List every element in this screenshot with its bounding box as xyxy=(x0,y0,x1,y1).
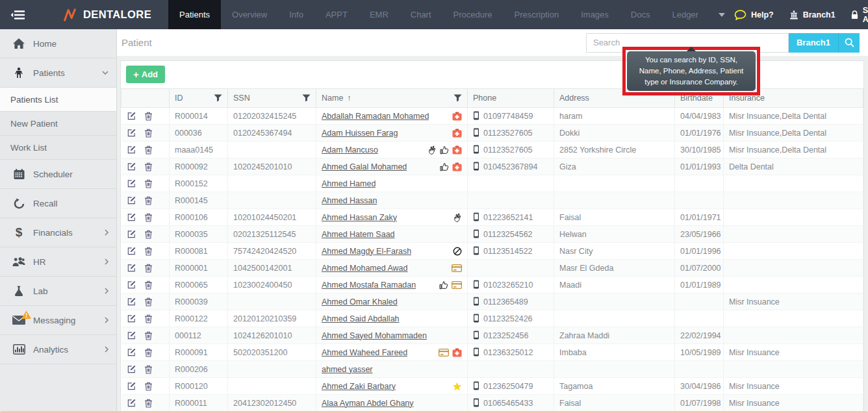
nav-tab-images[interactable]: Images xyxy=(570,0,620,29)
edit-row-button[interactable] xyxy=(127,229,136,239)
delete-row-button[interactable] xyxy=(144,331,153,340)
delete-row-button[interactable] xyxy=(144,195,153,205)
sidebar-item-label: Recall xyxy=(33,199,58,208)
patient-ssn: 10201024450201 xyxy=(228,209,316,226)
patient-name-link[interactable]: Ahmed Sayed Mohammaden xyxy=(322,331,427,340)
sidebar-item-work-list[interactable]: Work List xyxy=(0,136,116,160)
nav-tab-overview[interactable]: Overview xyxy=(221,0,278,29)
sidebar-item-home[interactable]: Home xyxy=(0,29,116,58)
nav-tab-chart[interactable]: Chart xyxy=(400,0,442,29)
patient-insurance xyxy=(724,310,863,327)
sidebar-item-messaging[interactable]: Messaging xyxy=(0,306,116,335)
edit-row-button[interactable] xyxy=(127,314,136,323)
branch-filter-button[interactable]: Branch1 xyxy=(789,33,838,53)
sidebar-collapse-button[interactable] xyxy=(0,0,34,29)
sidebar-item-financials[interactable]: $Financials xyxy=(0,218,116,247)
delete-row-button[interactable] xyxy=(144,347,153,357)
patient-id: R000091 xyxy=(170,344,228,361)
edit-row-button[interactable] xyxy=(127,263,136,273)
delete-row-button[interactable] xyxy=(144,246,153,256)
edit-row-button[interactable] xyxy=(127,364,136,374)
patient-name-link[interactable]: Ahmed Said Abdallah xyxy=(322,314,400,323)
patient-name-link[interactable]: Ahmed Hassan Zaky xyxy=(322,213,397,222)
patient-name-link[interactable]: Ahmed Mostafa Ramadan xyxy=(322,281,416,290)
delete-row-button[interactable] xyxy=(144,179,153,188)
filter-icon[interactable] xyxy=(302,94,311,102)
delete-row-button[interactable] xyxy=(144,314,153,323)
nav-tab-procedure[interactable]: Procedure xyxy=(442,0,504,29)
patient-name-link[interactable]: Abdallah Ramadan Mohamed xyxy=(322,112,429,121)
edit-row-button[interactable] xyxy=(127,162,136,171)
patient-name-link[interactable]: Adam Huissen Farag xyxy=(322,129,398,138)
edit-row-button[interactable] xyxy=(127,212,136,222)
nav-tab-docs[interactable]: Docs xyxy=(620,0,661,29)
patient-name-link[interactable]: Alaa Ayman Abdel Ghany xyxy=(322,399,414,408)
delete-row-button[interactable] xyxy=(144,162,153,171)
edit-row-button[interactable] xyxy=(127,297,136,307)
edit-row-button[interactable] xyxy=(127,398,136,408)
nav-tab-emr[interactable]: EMR xyxy=(359,0,400,29)
delete-row-button[interactable] xyxy=(144,263,153,273)
delete-row-button[interactable] xyxy=(144,381,153,391)
help-button[interactable]: Help? xyxy=(734,10,774,20)
delete-row-button[interactable] xyxy=(144,297,153,307)
filter-icon[interactable] xyxy=(214,94,222,102)
column-header-id[interactable]: ID xyxy=(170,89,228,108)
search-button[interactable] xyxy=(838,33,860,53)
more-tabs-dropdown[interactable] xyxy=(709,0,734,29)
delete-row-button[interactable] xyxy=(144,280,153,290)
delete-row-button[interactable] xyxy=(144,111,153,121)
delete-row-button[interactable] xyxy=(144,229,153,239)
add-patient-button[interactable]: +Add xyxy=(126,66,165,83)
filter-icon[interactable] xyxy=(453,94,462,102)
patient-name-link[interactable]: Ahmed Hamed xyxy=(322,179,376,188)
nav-tab-ledger[interactable]: Ledger xyxy=(661,0,709,29)
patient-name-link[interactable]: Ahmed Mohamed Awad xyxy=(322,264,408,273)
edit-row-button[interactable] xyxy=(127,246,136,256)
branch-selector[interactable]: Branch1 xyxy=(789,10,836,19)
edit-row-button[interactable] xyxy=(127,195,136,205)
patient-name-link[interactable]: Ahmed Zaki Barbary xyxy=(322,382,396,391)
sidebar-item-analytics[interactable]: Analytics xyxy=(0,335,116,364)
delete-row-button[interactable] xyxy=(144,398,153,408)
sidebar-item-patients[interactable]: Patients xyxy=(0,58,116,88)
sidebar-item-patients-list[interactable]: Patients List xyxy=(0,88,116,112)
sidebar-item-hr[interactable]: HR xyxy=(0,247,116,277)
user-menu[interactable]: System Administrator xyxy=(851,6,868,24)
delete-row-button[interactable] xyxy=(144,212,153,222)
sidebar-item-scheduler[interactable]: Scheduler xyxy=(0,160,116,189)
patient-name-link[interactable]: Adam Mancuso xyxy=(322,145,378,155)
nav-tab-patients[interactable]: Patients xyxy=(168,0,221,29)
patient-name-link[interactable]: ahmed yasser xyxy=(322,365,373,374)
delete-row-button[interactable] xyxy=(144,145,153,155)
sidebar-item-lab[interactable]: Lab xyxy=(0,277,116,306)
edit-row-button[interactable] xyxy=(127,331,136,340)
patient-name-link[interactable]: Ahmed Galal Mohamed xyxy=(322,162,407,171)
column-header-phone[interactable]: Phone xyxy=(468,89,554,108)
patient-name-link[interactable]: Ahmed Waheed Fareed xyxy=(322,348,407,357)
chevron-right-icon xyxy=(105,229,108,236)
patient-address: haram xyxy=(554,108,675,125)
patient-name-link[interactable]: Ahmed Hassan xyxy=(322,196,377,205)
edit-row-button[interactable] xyxy=(127,381,136,391)
nav-tab-appt[interactable]: APPT xyxy=(314,0,359,29)
nav-tab-prescription[interactable]: Prescription xyxy=(504,0,570,29)
edit-row-button[interactable] xyxy=(127,280,136,290)
edit-row-button[interactable] xyxy=(127,145,136,155)
sidebar-item-recall[interactable]: Recall xyxy=(0,189,116,218)
app-logo[interactable]: DENTALORE xyxy=(34,0,168,29)
delete-row-button[interactable] xyxy=(144,128,153,138)
edit-row-button[interactable] xyxy=(127,111,136,121)
patient-birthdate: 01/01/1989 xyxy=(675,277,724,294)
column-header-ssn[interactable]: SSN xyxy=(228,89,316,108)
edit-row-button[interactable] xyxy=(127,179,136,188)
edit-row-button[interactable] xyxy=(127,347,136,357)
column-header-name[interactable]: Name↑ xyxy=(316,89,468,108)
patient-name-link[interactable]: Ahmed Hatem Saad xyxy=(322,230,395,239)
edit-row-button[interactable] xyxy=(127,128,136,138)
nav-tab-info[interactable]: Info xyxy=(278,0,314,29)
delete-row-button[interactable] xyxy=(144,364,153,374)
sidebar-item-new-patient[interactable]: New Patient xyxy=(0,112,116,136)
patient-name-link[interactable]: Ahmed Omar Khaled xyxy=(322,297,398,307)
patient-name-link[interactable]: Ahmed Magdy El-Farash xyxy=(322,247,411,256)
